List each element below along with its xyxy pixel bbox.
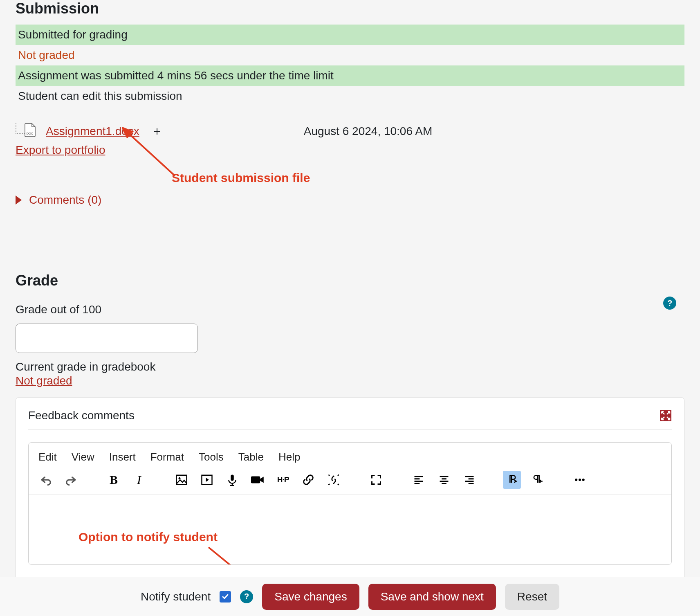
notify-help-icon[interactable]: ?	[240, 590, 253, 603]
mic-icon[interactable]	[223, 471, 241, 489]
export-portfolio-link[interactable]: Export to portfolio	[16, 144, 105, 156]
image-icon[interactable]	[173, 471, 191, 489]
annotation-submission-file: Student submission file	[172, 171, 310, 185]
annotation-notify-option: Option to notify student	[79, 530, 218, 544]
grade-input[interactable]	[16, 324, 198, 353]
svg-rect-6	[231, 475, 234, 481]
add-file-icon[interactable]: ＋	[151, 123, 163, 139]
reset-button[interactable]: Reset	[505, 584, 559, 610]
menu-edit[interactable]: Edit	[38, 451, 57, 463]
more-icon[interactable]	[571, 471, 589, 489]
comments-toggle[interactable]: Comments (0)	[16, 193, 684, 207]
svg-line-11	[209, 547, 254, 565]
svg-point-10	[582, 479, 585, 481]
rtl-icon[interactable]	[528, 471, 546, 489]
svg-text:DOC: DOC	[27, 132, 34, 135]
ltr-icon[interactable]	[503, 471, 521, 489]
rich-text-editor: Edit View Insert Format Tools Table Help	[28, 442, 672, 565]
redo-icon[interactable]	[62, 471, 80, 489]
svg-rect-3	[177, 475, 187, 485]
notify-student-label: Notify student	[141, 590, 211, 603]
menu-insert[interactable]: Insert	[109, 451, 136, 463]
menu-help[interactable]: Help	[278, 451, 300, 463]
video-icon[interactable]	[198, 471, 216, 489]
grade-help-icon[interactable]: ?	[663, 297, 676, 310]
menu-table[interactable]: Table	[238, 451, 264, 463]
unlink-icon[interactable]	[325, 471, 343, 489]
status-editable: Student can edit this submission	[16, 86, 684, 106]
undo-icon[interactable]	[37, 471, 55, 489]
comments-label[interactable]: Comments (0)	[29, 193, 101, 207]
current-grade-value-link[interactable]: Not graded	[16, 374, 72, 387]
submission-heading: Submission	[16, 0, 684, 17]
current-grade-label: Current grade in gradebook	[16, 360, 684, 373]
align-left-icon[interactable]	[410, 471, 428, 489]
svg-rect-7	[251, 476, 260, 483]
menu-view[interactable]: View	[72, 451, 94, 463]
editor-menubar: Edit View Insert Format Tools Table Help	[29, 443, 671, 466]
svg-point-8	[575, 479, 577, 481]
save-and-show-next-button[interactable]: Save and show next	[368, 584, 496, 610]
save-changes-button[interactable]: Save changes	[262, 584, 359, 610]
align-center-icon[interactable]	[435, 471, 453, 489]
h5p-icon[interactable]: H·P	[274, 471, 292, 489]
editor-toolbar: B I H·P	[29, 466, 671, 495]
align-right-icon[interactable]	[460, 471, 478, 489]
submission-status-block: Submitted for grading Not graded Assignm…	[16, 25, 684, 106]
editor-content-area[interactable]: Option to notify student	[29, 495, 671, 564]
fullscreen-icon[interactable]	[660, 409, 672, 422]
status-submitted: Submitted for grading	[16, 25, 684, 45]
status-not-graded: Not graded	[16, 45, 684, 65]
feedback-title: Feedback comments	[28, 409, 135, 422]
italic-icon[interactable]: I	[130, 471, 148, 489]
grade-heading: Grade	[16, 272, 684, 289]
link-icon[interactable]	[299, 471, 317, 489]
doc-file-icon: DOC	[25, 123, 36, 137]
feedback-panel: Feedback comments Edit View Insert Forma…	[16, 397, 684, 598]
footer-action-bar: Notify student ? Save changes Save and s…	[0, 577, 700, 616]
camera-icon[interactable]	[249, 471, 267, 489]
grade-out-of-label: Grade out of 100	[16, 303, 684, 316]
fullscreen-editor-icon[interactable]	[367, 471, 385, 489]
submission-file-date: August 6 2024, 10:06 AM	[304, 125, 432, 138]
status-timelimit: Assignment was submitted 4 mins 56 secs …	[16, 65, 684, 86]
menu-tools[interactable]: Tools	[199, 451, 224, 463]
notify-student-checkbox[interactable]	[220, 591, 231, 603]
submission-file-link[interactable]: Assignment1.docx	[46, 125, 139, 138]
bold-icon[interactable]: B	[105, 471, 123, 489]
svg-point-9	[579, 479, 581, 481]
svg-point-4	[179, 477, 181, 479]
file-tree-icon: DOC	[16, 123, 36, 139]
menu-format[interactable]: Format	[150, 451, 184, 463]
expand-triangle-icon	[16, 196, 22, 205]
